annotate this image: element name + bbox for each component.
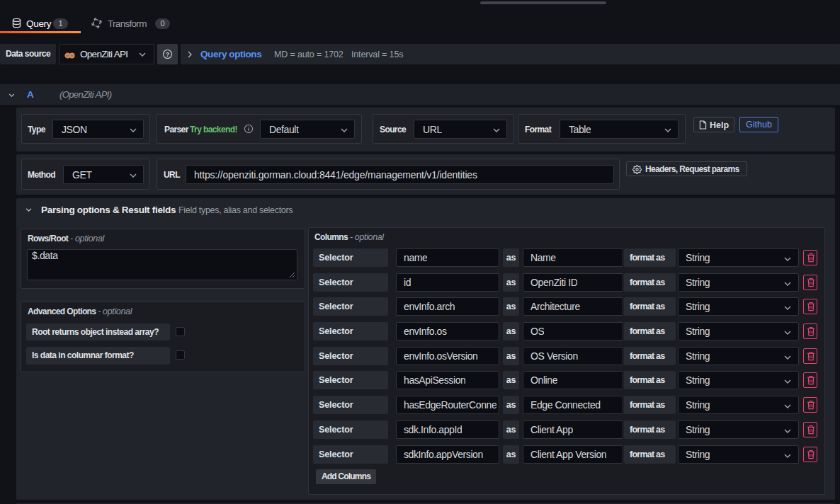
svg-text:?: ?: [166, 51, 169, 58]
